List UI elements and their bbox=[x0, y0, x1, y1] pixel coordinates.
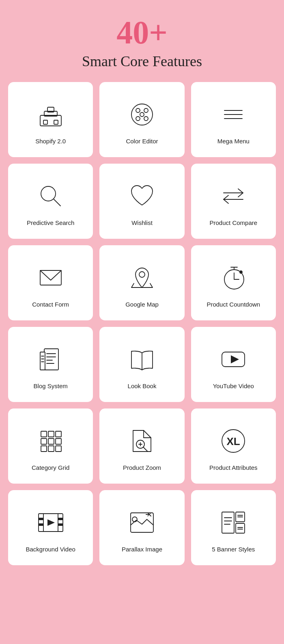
product-countdown-label: Product Countdown bbox=[207, 300, 260, 309]
look-book-icon bbox=[126, 343, 158, 376]
5-banner-styles-icon bbox=[217, 506, 250, 539]
svg-point-9 bbox=[144, 117, 148, 121]
feature-card-mega-menu[interactable]: Mega Menu bbox=[191, 82, 276, 157]
product-zoom-label: Product Zoom bbox=[123, 464, 161, 472]
blog-system-label: Blog System bbox=[34, 382, 68, 390]
feature-card-product-compare[interactable]: Product Compare bbox=[191, 164, 276, 239]
feature-card-wishlist[interactable]: Wishlist bbox=[99, 164, 184, 239]
feature-card-look-book[interactable]: Look Book bbox=[99, 327, 184, 402]
predictive-search-icon bbox=[34, 180, 67, 212]
feature-card-color-editor[interactable]: Color Editor bbox=[99, 82, 184, 157]
feature-card-google-map[interactable]: Google Map bbox=[99, 245, 184, 320]
feature-card-5-banner-styles[interactable]: 5 Banner Styles bbox=[191, 490, 276, 565]
google-map-label: Google Map bbox=[125, 300, 159, 309]
product-zoom-icon bbox=[126, 425, 158, 457]
feature-card-product-zoom[interactable]: Product Zoom bbox=[99, 408, 184, 484]
svg-rect-26 bbox=[44, 349, 58, 370]
svg-rect-56 bbox=[39, 518, 43, 520]
shopify-2-icon bbox=[34, 98, 67, 131]
svg-marker-60 bbox=[47, 519, 55, 526]
contact-form-label: Contact Form bbox=[32, 300, 69, 309]
predictive-search-label: Predictive Search bbox=[27, 219, 75, 227]
svg-rect-38 bbox=[41, 431, 47, 437]
svg-rect-39 bbox=[48, 431, 54, 437]
youtube-video-label: YouTube Video bbox=[213, 382, 254, 390]
svg-rect-66 bbox=[222, 512, 234, 533]
svg-point-10 bbox=[140, 112, 144, 117]
feature-card-background-video[interactable]: Background Video bbox=[8, 490, 93, 565]
feature-card-predictive-search[interactable]: Predictive Search bbox=[8, 164, 93, 239]
wishlist-label: Wishlist bbox=[131, 219, 153, 227]
svg-point-62 bbox=[132, 517, 137, 522]
svg-marker-37 bbox=[231, 355, 239, 363]
background-video-icon bbox=[34, 506, 67, 539]
mega-menu-icon bbox=[217, 98, 250, 131]
product-attributes-label: Product Attributes bbox=[209, 464, 257, 472]
svg-rect-41 bbox=[41, 439, 47, 444]
mega-menu-label: Mega Menu bbox=[217, 137, 250, 145]
svg-point-6 bbox=[136, 108, 140, 112]
contact-form-icon bbox=[34, 261, 67, 294]
youtube-video-icon bbox=[217, 343, 250, 376]
product-compare-label: Product Compare bbox=[210, 219, 258, 227]
product-compare-icon bbox=[217, 180, 250, 212]
color-editor-icon bbox=[126, 98, 158, 131]
svg-point-5 bbox=[131, 104, 153, 125]
background-video-label: Background Video bbox=[26, 545, 75, 553]
parallax-image-label: Parallax Image bbox=[122, 545, 162, 553]
shopify-2-label: Shopify 2.0 bbox=[35, 137, 66, 145]
svg-rect-58 bbox=[58, 518, 63, 520]
svg-rect-18 bbox=[40, 270, 61, 285]
feature-card-category-grid[interactable]: Category Grid bbox=[8, 408, 93, 484]
look-book-label: Look Book bbox=[128, 382, 157, 390]
feature-card-parallax-image[interactable]: Parallax Image bbox=[99, 490, 184, 565]
features-grid: Shopify 2.0 Color Editor Mega Menu Predi… bbox=[8, 82, 276, 565]
feature-card-shopify-2[interactable]: Shopify 2.0 bbox=[8, 82, 93, 157]
category-grid-icon bbox=[34, 425, 67, 457]
svg-rect-59 bbox=[58, 523, 63, 526]
svg-rect-3 bbox=[43, 120, 47, 124]
svg-text:XL: XL bbox=[227, 435, 240, 447]
svg-rect-61 bbox=[131, 513, 153, 532]
feature-card-product-attributes[interactable]: XL Product Attributes bbox=[191, 408, 276, 484]
product-attributes-icon: XL bbox=[217, 425, 250, 457]
svg-rect-42 bbox=[48, 439, 54, 444]
header-number: 40+ bbox=[116, 16, 168, 49]
svg-rect-4 bbox=[54, 120, 58, 124]
google-map-icon bbox=[126, 261, 158, 294]
header-subtitle: Smart Core Features bbox=[82, 53, 202, 70]
5-banner-styles-label: 5 Banner Styles bbox=[212, 545, 255, 553]
color-editor-label: Color Editor bbox=[126, 137, 158, 145]
svg-line-15 bbox=[54, 199, 60, 206]
svg-rect-68 bbox=[236, 523, 245, 533]
svg-point-19 bbox=[139, 272, 145, 277]
svg-rect-40 bbox=[56, 431, 61, 437]
svg-rect-46 bbox=[56, 446, 61, 452]
parallax-image-icon bbox=[126, 506, 158, 539]
feature-card-youtube-video[interactable]: YouTube Video bbox=[191, 327, 276, 402]
blog-system-icon bbox=[34, 343, 67, 376]
svg-rect-31 bbox=[40, 352, 45, 370]
wishlist-icon bbox=[126, 180, 158, 212]
category-grid-label: Category Grid bbox=[32, 464, 69, 472]
svg-point-8 bbox=[136, 117, 140, 121]
svg-rect-57 bbox=[39, 523, 43, 526]
feature-card-contact-form[interactable]: Contact Form bbox=[8, 245, 93, 320]
feature-card-blog-system[interactable]: Blog System bbox=[8, 327, 93, 402]
svg-point-7 bbox=[144, 108, 148, 112]
feature-card-product-countdown[interactable]: Product Countdown bbox=[191, 245, 276, 320]
svg-rect-44 bbox=[41, 446, 47, 452]
svg-rect-45 bbox=[48, 446, 54, 452]
svg-point-25 bbox=[240, 271, 242, 273]
svg-line-48 bbox=[143, 447, 148, 452]
svg-rect-43 bbox=[56, 439, 61, 444]
product-countdown-icon bbox=[217, 261, 250, 294]
